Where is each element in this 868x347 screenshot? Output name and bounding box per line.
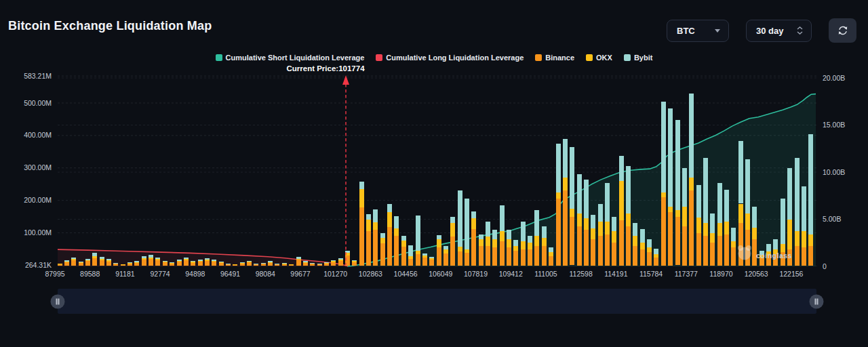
svg-text:109412: 109412 — [499, 270, 523, 278]
current-price-marker — [342, 75, 349, 265]
svg-text:20.00B: 20.00B — [823, 74, 845, 82]
drag-grip-icon — [815, 298, 818, 304]
svg-text:99677: 99677 — [290, 270, 310, 278]
svg-text:264.31K: 264.31K — [25, 261, 52, 269]
svg-text:104456: 104456 — [394, 270, 418, 278]
y-axis-right-labels: 20.00B15.00B10.00B5.00B0 — [823, 74, 845, 270]
svg-text:98084: 98084 — [256, 270, 275, 278]
navigator-right-handle[interactable] — [810, 294, 824, 308]
svg-text:120563: 120563 — [745, 270, 768, 278]
svg-text:94898: 94898 — [185, 270, 205, 278]
svg-text:114191: 114191 — [604, 270, 627, 278]
svg-text:107819: 107819 — [464, 270, 488, 278]
x-axis-labels: 8799589588911819277494898964919808499677… — [45, 270, 803, 278]
svg-text:100.00M: 100.00M — [24, 228, 52, 237]
y-axis-left-labels: 583.21M500.00M400.00M300.00M200.00M100.0… — [24, 72, 52, 269]
drag-grip-icon — [56, 298, 60, 304]
svg-text:583.21M: 583.21M — [24, 72, 52, 80]
svg-text:118970: 118970 — [709, 270, 732, 278]
svg-text:91181: 91181 — [115, 270, 135, 278]
svg-text:117377: 117377 — [675, 270, 698, 278]
svg-text:111005: 111005 — [534, 270, 557, 278]
svg-text:500.00M: 500.00M — [24, 99, 52, 107]
chart-range-navigator[interactable] — [58, 289, 816, 314]
svg-text:coinglass: coinglass — [756, 251, 792, 260]
svg-text:102863: 102863 — [359, 270, 382, 278]
svg-text:87995: 87995 — [45, 270, 64, 278]
svg-text:89588: 89588 — [80, 270, 100, 278]
svg-text:15.00B: 15.00B — [823, 121, 845, 129]
svg-text:200.00M: 200.00M — [24, 196, 52, 204]
svg-text:400.00M: 400.00M — [24, 131, 52, 139]
liquidation-map-page: Bitcoin Exchange Liquidation Map BTC 30 … — [0, 0, 868, 347]
svg-text:115784: 115784 — [639, 270, 663, 278]
svg-text:5.00B: 5.00B — [823, 215, 841, 223]
navigator-left-handle[interactable] — [51, 294, 65, 308]
svg-text:10.00B: 10.00B — [823, 168, 845, 176]
svg-text:112598: 112598 — [570, 270, 593, 278]
svg-text:106049: 106049 — [429, 270, 452, 278]
svg-text:122156: 122156 — [779, 270, 803, 278]
svg-text:96491: 96491 — [220, 270, 240, 278]
svg-text:0: 0 — [823, 262, 827, 270]
svg-text:300.00M: 300.00M — [24, 163, 52, 171]
svg-text:92774: 92774 — [151, 270, 170, 278]
svg-text:101270: 101270 — [323, 270, 347, 278]
